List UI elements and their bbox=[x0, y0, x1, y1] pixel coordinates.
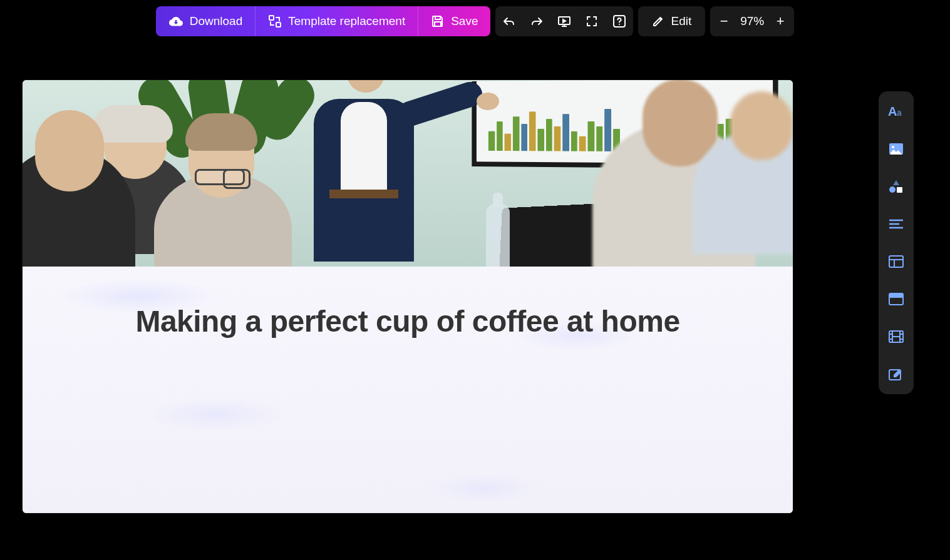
download-label: Download bbox=[190, 14, 243, 28]
download-button[interactable]: Download bbox=[156, 6, 256, 36]
zoom-out-button[interactable]: − bbox=[714, 11, 734, 31]
bottle-prop bbox=[486, 204, 510, 267]
svg-rect-2 bbox=[435, 16, 440, 19]
svg-rect-19 bbox=[889, 293, 903, 298]
template-label: Template replacement bbox=[288, 14, 405, 28]
glasses-decoration bbox=[195, 169, 245, 185]
draw-tool-button[interactable] bbox=[887, 365, 905, 383]
zoom-in-button[interactable]: + bbox=[770, 11, 790, 31]
shapes-tool-button[interactable] bbox=[887, 178, 905, 195]
redo-icon bbox=[530, 16, 543, 26]
template-replace-icon bbox=[268, 14, 282, 28]
present-button[interactable] bbox=[550, 6, 578, 36]
film-tool-button[interactable] bbox=[887, 328, 905, 345]
svg-text:A: A bbox=[888, 104, 897, 118]
align-lines-icon bbox=[889, 219, 904, 229]
svg-rect-11 bbox=[897, 187, 902, 193]
top-toolbar: Download Template replacement Save Edit bbox=[0, 6, 950, 36]
slide-hero-image[interactable] bbox=[23, 80, 793, 267]
layout-icon bbox=[889, 255, 904, 268]
fullscreen-icon bbox=[586, 15, 598, 28]
slide-canvas[interactable]: Making a perfect cup of coffee at home bbox=[23, 80, 793, 513]
present-icon bbox=[557, 15, 571, 28]
zoom-control: − 97% + bbox=[710, 6, 794, 36]
save-label: Save bbox=[451, 14, 478, 28]
svg-rect-0 bbox=[269, 16, 274, 20]
history-view-group bbox=[495, 6, 633, 36]
redo-button[interactable] bbox=[523, 6, 550, 36]
svg-point-9 bbox=[892, 146, 894, 148]
header-tool-button[interactable] bbox=[887, 290, 905, 308]
template-replacement-button[interactable]: Template replacement bbox=[256, 6, 418, 36]
svg-rect-1 bbox=[276, 23, 281, 27]
right-tool-panel: Aa bbox=[879, 91, 914, 394]
image-tool-button[interactable] bbox=[887, 140, 905, 158]
slide-title[interactable]: Making a perfect cup of coffee at home bbox=[121, 304, 694, 339]
svg-rect-15 bbox=[889, 256, 903, 267]
zoom-value: 97% bbox=[736, 14, 768, 28]
undo-icon bbox=[503, 16, 515, 26]
align-tool-button[interactable] bbox=[887, 215, 905, 233]
shapes-icon bbox=[889, 180, 904, 193]
save-icon bbox=[431, 14, 445, 28]
svg-point-10 bbox=[889, 186, 896, 193]
presenter-figure bbox=[292, 80, 436, 267]
help-button[interactable] bbox=[606, 6, 633, 36]
slide-body[interactable]: Making a perfect cup of coffee at home bbox=[23, 267, 793, 513]
cloud-download-icon bbox=[168, 15, 183, 28]
edit-button[interactable]: Edit bbox=[638, 6, 705, 36]
edit-label: Edit bbox=[671, 14, 691, 28]
help-icon bbox=[612, 14, 626, 28]
save-button[interactable]: Save bbox=[418, 6, 490, 36]
svg-text:a: a bbox=[897, 108, 902, 118]
primary-action-group: Download Template replacement Save bbox=[156, 6, 491, 36]
header-layout-icon bbox=[889, 293, 904, 305]
layout-tool-button[interactable] bbox=[887, 253, 905, 270]
pencil-icon bbox=[652, 15, 664, 28]
fullscreen-button[interactable] bbox=[578, 6, 606, 36]
image-icon bbox=[889, 143, 904, 155]
text-icon: Aa bbox=[888, 104, 904, 118]
text-tool-button[interactable]: Aa bbox=[887, 103, 905, 120]
svg-rect-3 bbox=[435, 22, 441, 26]
undo-button[interactable] bbox=[495, 6, 523, 36]
pen-edit-icon bbox=[889, 367, 904, 381]
film-icon bbox=[889, 330, 904, 343]
